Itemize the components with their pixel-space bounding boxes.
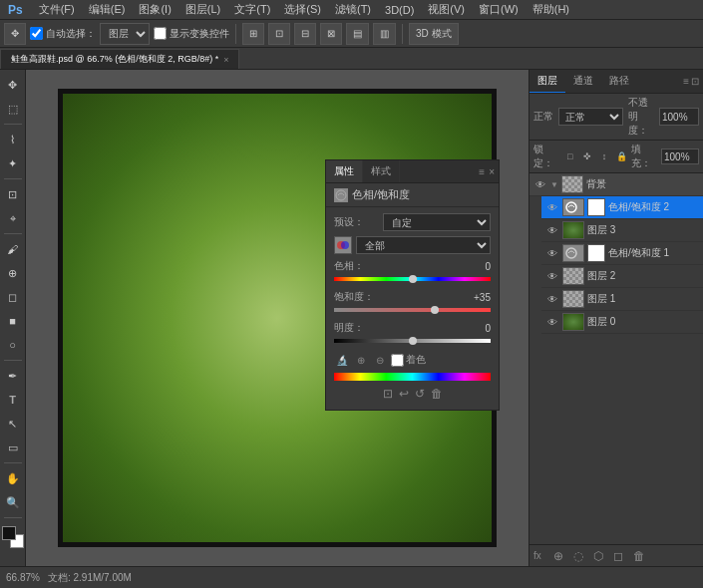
layer-eye-1[interactable]: 👁 — [545, 200, 559, 214]
lock-transparent-btn[interactable]: □ — [563, 148, 577, 164]
properties-tab[interactable]: 属性 — [326, 160, 363, 182]
opacity-input[interactable] — [659, 108, 699, 126]
burn-tool[interactable]: ○ — [2, 334, 24, 356]
channels-tab[interactable]: 通道 — [565, 70, 601, 93]
layer-select[interactable]: 图层 — [100, 23, 150, 45]
magic-wand-tool[interactable]: ✦ — [2, 152, 24, 174]
crop-tool[interactable]: ⊡ — [2, 183, 24, 205]
lasso-tool[interactable]: ⌇ — [2, 129, 24, 150]
lock-row: 锁定： □ ✜ ↕ 🔒 填充： — [529, 141, 703, 173]
channel-select[interactable]: 全部 — [356, 236, 491, 254]
align-btn3[interactable]: ⊟ — [294, 23, 316, 45]
colorize-checkbox[interactable] — [391, 354, 404, 367]
align-btn5[interactable]: ▤ — [346, 23, 369, 45]
layer-hue-saturation-1[interactable]: 👁 色相/饱和度 1 — [541, 242, 703, 265]
move-tool-btn[interactable]: ✥ — [4, 23, 26, 45]
blend-mode-select[interactable]: 正常 — [558, 108, 623, 126]
eraser-tool[interactable]: ◻ — [2, 286, 24, 308]
hand-tool[interactable]: ✋ — [2, 467, 24, 489]
marquee-tool[interactable]: ⬚ — [2, 98, 24, 120]
menu-help[interactable]: 帮助(H) — [527, 0, 575, 19]
menu-filter[interactable]: 滤镜(T) — [329, 0, 377, 19]
panel-close-icon[interactable]: × — [489, 166, 495, 177]
menu-view[interactable]: 视图(V) — [422, 0, 471, 19]
move-tool[interactable]: ✥ — [2, 74, 24, 96]
menu-edit[interactable]: 编辑(E) — [83, 0, 132, 19]
layer-hue-saturation-2[interactable]: 👁 色相/饱和度 2 — [541, 196, 703, 219]
new-layer-icon[interactable]: ◻ — [613, 549, 623, 563]
fill-input[interactable] — [661, 148, 699, 164]
group-expand-arrow[interactable]: ▼ — [550, 180, 558, 189]
3d-btn[interactable]: 3D 模式 — [409, 23, 459, 45]
layer-eye-3[interactable]: 👁 — [545, 246, 559, 260]
gradient-tool[interactable]: ■ — [2, 310, 24, 332]
panel-options-icon[interactable]: ≡ — [683, 76, 689, 87]
lightness-slider-track[interactable] — [334, 336, 491, 346]
menu-select[interactable]: 选择(S) — [278, 0, 327, 19]
align-btn6[interactable]: ▥ — [373, 23, 396, 45]
clip-to-layer-icon[interactable]: ⊡ — [383, 387, 393, 401]
reset-icon[interactable]: ↺ — [415, 387, 425, 401]
panel-menu-icon[interactable]: ≡ — [479, 166, 485, 177]
document-tab[interactable]: 鲑鱼高跟鞋.psd @ 66.7% (色相/饱和度 2, RGB/8#) * × — [0, 49, 239, 69]
layers-tab[interactable]: 图层 — [529, 70, 565, 93]
preset-select[interactable]: 自定 — [383, 213, 491, 231]
pen-tool[interactable]: ✒ — [2, 365, 24, 387]
hue-slider-thumb[interactable] — [409, 275, 417, 283]
layer-eye-4[interactable]: 👁 — [545, 269, 559, 283]
delete-layer-icon[interactable]: 🗑 — [633, 549, 645, 563]
clone-tool[interactable]: ⊕ — [2, 262, 24, 284]
new-group-icon[interactable]: ⬡ — [593, 549, 603, 563]
hue-slider-track[interactable] — [334, 274, 491, 284]
lock-image-btn[interactable]: ✜ — [580, 148, 594, 164]
layer-0[interactable]: 👁 图层 0 — [541, 311, 703, 334]
background-group-header[interactable]: 👁 ▼ 背景 — [529, 173, 703, 196]
layer-eye-2[interactable]: 👁 — [545, 223, 559, 237]
brush-tool[interactable]: 🖌 — [2, 238, 24, 260]
delete-adjustment-icon[interactable]: 🗑 — [431, 387, 443, 401]
panel-expand-icon[interactable]: ⊡ — [691, 76, 699, 87]
eyedropper-minus-icon[interactable]: ⊖ — [372, 352, 388, 368]
fx-icon[interactable]: fx — [533, 550, 541, 561]
show-transform-checkbox[interactable]: 显示变换控件 — [154, 27, 229, 41]
auto-select-checkbox[interactable]: 自动选择： — [30, 27, 96, 41]
lightness-slider-thumb[interactable] — [409, 337, 417, 345]
saturation-slider-track[interactable] — [334, 305, 491, 315]
eyedropper-icon[interactable]: 🔬 — [334, 352, 350, 368]
align-btn4[interactable]: ⊠ — [320, 23, 342, 45]
add-mask-icon[interactable]: ⊕ — [553, 549, 563, 563]
tab-filename: 鲑鱼高跟鞋.psd @ 66.7% (色相/饱和度 2, RGB/8#) * — [11, 53, 218, 66]
layer-1[interactable]: 👁 图层 1 — [541, 288, 703, 311]
menu-layer[interactable]: 图层(L) — [179, 0, 226, 19]
menu-window[interactable]: 窗口(W) — [473, 0, 525, 19]
previous-state-icon[interactable]: ↩ — [399, 387, 409, 401]
menu-text[interactable]: 文字(T) — [228, 0, 276, 19]
layer-2[interactable]: 👁 图层 2 — [541, 265, 703, 288]
tab-close-icon[interactable]: × — [223, 55, 228, 65]
color-picker[interactable] — [2, 526, 24, 548]
eyedropper-plus-icon[interactable]: ⊕ — [353, 352, 369, 368]
path-select-tool[interactable]: ↖ — [2, 413, 24, 435]
menu-file[interactable]: 文件(F) — [33, 0, 81, 19]
lock-position-btn[interactable]: ↕ — [597, 148, 611, 164]
align-left-btn[interactable]: ⊞ — [242, 23, 264, 45]
paths-tab[interactable]: 路径 — [601, 70, 637, 93]
eyedropper-tool[interactable]: ⌖ — [2, 207, 24, 229]
hue-label-row: 色相： 0 — [334, 259, 491, 273]
menu-3d[interactable]: 3D(D) — [379, 2, 420, 18]
colorize-label[interactable]: 着色 — [391, 353, 426, 367]
zoom-tool[interactable]: 🔍 — [2, 491, 24, 513]
group-visibility-eye[interactable]: 👁 — [533, 177, 547, 191]
lock-all-btn[interactable]: 🔒 — [614, 148, 628, 164]
align-btn2[interactable]: ⊡ — [268, 23, 290, 45]
menu-image[interactable]: 图象(I) — [133, 0, 176, 19]
layer-3[interactable]: 👁 图层 3 — [541, 219, 703, 242]
foreground-color-swatch[interactable] — [2, 526, 16, 540]
layer-eye-5[interactable]: 👁 — [545, 292, 559, 306]
layer-eye-6[interactable]: 👁 — [545, 315, 559, 329]
shape-tool[interactable]: ▭ — [2, 437, 24, 458]
styles-tab[interactable]: 样式 — [363, 160, 400, 182]
saturation-slider-thumb[interactable] — [431, 306, 439, 314]
new-adjustment-icon[interactable]: ◌ — [573, 549, 583, 563]
text-tool[interactable]: T — [2, 389, 24, 411]
